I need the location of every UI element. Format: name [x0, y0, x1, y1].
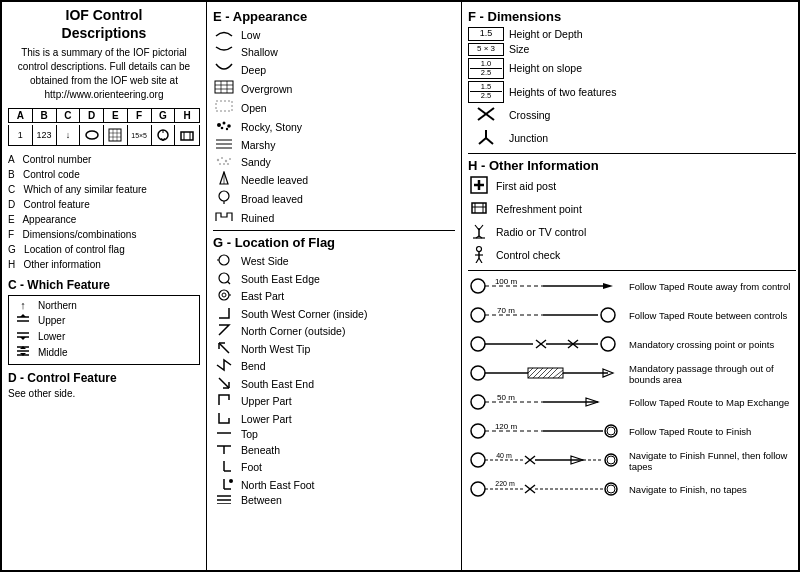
sym-e [104, 125, 128, 145]
svg-point-47 [219, 255, 229, 265]
svg-marker-16 [20, 337, 26, 340]
wf-upper-label: Upper [38, 315, 65, 326]
route-crossing-label: Mandatory crossing point or points [629, 339, 774, 350]
header-e: E [104, 109, 128, 122]
e-ruined: Ruined [213, 209, 455, 226]
g-between: Between [213, 494, 455, 506]
e-deep-label: Deep [241, 64, 266, 76]
svg-line-92 [476, 258, 479, 263]
route-120m-finish: 120 m Follow Taped Route to Finish [468, 420, 796, 444]
e-overgrown-icon [213, 80, 235, 97]
route-50m-map: 50 m Follow Taped Route to Map Exchange [468, 391, 796, 415]
route-oob-label: Mandatory passage through out of bounds … [629, 363, 796, 385]
g-upper-part-label: Upper Part [241, 395, 292, 407]
svg-line-116 [528, 368, 538, 378]
svg-point-32 [226, 128, 228, 130]
svg-point-109 [601, 337, 615, 351]
grid-header-row: A B C D E F G H [8, 108, 200, 123]
svg-point-89 [477, 246, 482, 251]
f-height-slope-icon: 1.0 2.5 [468, 58, 504, 80]
f-height-depth: 1.5 Height or Depth [468, 27, 796, 41]
g-se-end-icon [213, 376, 235, 392]
svg-text:220 m: 220 m [495, 480, 515, 487]
svg-text:70 m: 70 m [497, 306, 515, 315]
route-40m-funnel: 40 m Navigate to Finish Funnel, then fol… [468, 449, 796, 473]
g-top: Top [213, 428, 455, 440]
svg-point-45 [219, 191, 229, 201]
svg-point-51 [219, 290, 229, 300]
svg-line-93 [479, 258, 482, 263]
wf-upper-icon [14, 313, 32, 327]
f-height-depth-icon: 1.5 [468, 27, 504, 41]
header-h: H [175, 109, 199, 122]
wf-lower: Lower [14, 329, 194, 343]
column-c: F - Dimensions 1.5 Height or Depth 5 × 3… [462, 2, 800, 570]
g-ne-foot-label: North East Foot [241, 479, 315, 491]
header-a: A [9, 109, 33, 122]
g-southeast-edge: South East Edge [213, 271, 455, 287]
svg-rect-8 [181, 132, 193, 140]
h-refreshment-icon [468, 199, 490, 220]
e-needle-icon [213, 171, 235, 188]
g-bend: Bend [213, 358, 455, 374]
svg-rect-27 [216, 101, 232, 111]
g-lower-part-label: Lower Part [241, 413, 292, 425]
g-upper-part-icon [213, 393, 235, 409]
g-lower-part: Lower Part [213, 411, 455, 427]
g-north-corner: North Corner (outside) [213, 323, 455, 339]
g-se-end: South East End [213, 376, 455, 392]
g-beneath-icon [213, 442, 235, 458]
f-height-slope: 1.0 2.5 Height on slope [468, 58, 796, 80]
wf-upper: Upper [14, 313, 194, 327]
f-size-label: Size [509, 43, 529, 55]
svg-line-119 [543, 368, 553, 378]
h-first-aid-label: First aid post [496, 180, 556, 192]
letter-e: E Appearance [8, 212, 200, 227]
g-foot-icon [213, 459, 235, 475]
g-bend-label: Bend [241, 360, 266, 372]
svg-point-38 [225, 160, 227, 162]
letter-c: C Which of any similar feature [8, 182, 200, 197]
svg-point-125 [471, 395, 485, 409]
g-east-part-label: East Part [241, 290, 284, 302]
g-nw-tip: North West Tip [213, 341, 455, 357]
e-ruined-icon [213, 209, 235, 226]
e-overgrown: Overgrown [213, 80, 455, 97]
header-d: D [80, 109, 104, 122]
g-southeast-edge-icon [213, 271, 235, 287]
g-foot: Foot [213, 459, 455, 475]
h-first-aid: First aid post [468, 176, 796, 197]
route-40m-funnel-label: Navigate to Finish Funnel, then follow t… [629, 450, 796, 472]
route-50m-map-diagram: 50 m [468, 391, 623, 415]
svg-point-39 [229, 158, 231, 160]
e-sandy-icon [213, 154, 235, 169]
h-section-title: H - Other Information [468, 158, 796, 173]
svg-point-112 [471, 366, 485, 380]
d-section-title: D - Control Feature [8, 371, 200, 385]
g-west-side: West Side [213, 253, 455, 269]
f-height-depth-label: Height or Depth [509, 28, 583, 40]
g-between-label: Between [241, 494, 282, 506]
g-sw-corner: South West Corner (inside) [213, 306, 455, 322]
route-220m-notape-label: Navigate to Finish, no tapes [629, 484, 747, 495]
h-refreshment-label: Refreshment point [496, 203, 582, 215]
g-beneath-label: Beneath [241, 444, 280, 456]
route-oob: Mandatory passage through out of bounds … [468, 362, 796, 386]
g-southeast-edge-label: South East Edge [241, 273, 320, 285]
svg-line-74 [479, 138, 486, 144]
f-heights-two: 1.5 2.5 Heights of two features [468, 81, 796, 103]
letters-list: A Control number B Control code C Which … [8, 152, 200, 272]
g-lower-part-icon [213, 411, 235, 427]
svg-line-57 [219, 378, 229, 388]
e-needle-label: Needle leaved [241, 174, 308, 186]
e-shallow-label: Shallow [241, 46, 278, 58]
g-bend-icon [213, 358, 235, 374]
g-between-icon [213, 494, 235, 506]
g-north-corner-icon [213, 323, 235, 339]
f-size-icon: 5 × 3 [468, 43, 504, 56]
route-crossing: Mandatory crossing point or points [468, 333, 796, 357]
svg-point-67 [229, 479, 233, 483]
route-70m-between: 70 m Follow Taped Route between controls [468, 304, 796, 328]
e-broad: Broad leaved [213, 190, 455, 207]
e-deep-icon [213, 61, 235, 78]
